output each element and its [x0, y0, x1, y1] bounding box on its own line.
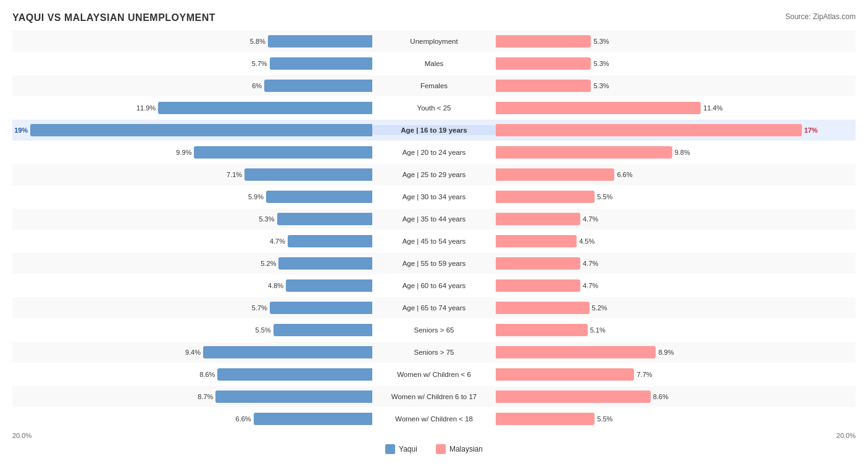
bars-wrapper: 5.9% Age | 30 to 34 years 5.5%: [12, 186, 856, 207]
center-label: Age | 55 to 59 years: [372, 258, 496, 268]
bar-row: 19% Age | 16 to 19 years 17%: [12, 120, 856, 141]
bars-wrapper: 9.9% Age | 20 to 24 years 9.8%: [12, 142, 856, 163]
bar-malaysian: [496, 213, 580, 225]
bars-wrapper: 4.7% Age | 45 to 54 years 4.5%: [12, 231, 856, 252]
malaysian-value-label: 5.5%: [597, 193, 612, 200]
right-section: 4.7%: [496, 255, 856, 272]
bars-wrapper: 7.1% Age | 25 to 29 years 6.6%: [12, 164, 856, 185]
bar-row: 8.6% Women w/ Children < 6 7.7%: [12, 364, 856, 385]
malaysian-value-label: 4.7%: [583, 282, 598, 289]
right-section: 5.3%: [496, 55, 856, 72]
right-section: 9.8%: [496, 144, 856, 161]
bar-yaqui: [264, 80, 372, 92]
bar-yaqui: [158, 102, 372, 114]
right-section: 8.9%: [496, 344, 856, 361]
malaysian-value-label: 5.2%: [592, 304, 607, 312]
malaysian-value-label: 8.9%: [658, 349, 674, 356]
yaqui-value-label: 5.3%: [259, 215, 274, 223]
bar-yaqui: [244, 168, 372, 181]
left-section: 8.7%: [12, 388, 372, 405]
bar-row: 9.4% Seniors > 75 8.9%: [12, 342, 856, 363]
bar-row: 7.1% Age | 25 to 29 years 6.6%: [12, 164, 856, 185]
yaqui-value-label: 5.2%: [261, 260, 276, 267]
center-label: Age | 16 to 19 years: [372, 125, 496, 135]
left-section: 5.9%: [12, 188, 372, 205]
left-section: 11.9%: [12, 99, 372, 117]
bars-wrapper: 6% Females 5.3%: [12, 75, 856, 96]
left-section: 5.7%: [12, 55, 372, 72]
yaqui-value-label: 7.1%: [227, 171, 242, 178]
bar-row: 5.9% Age | 30 to 34 years 5.5%: [12, 186, 856, 207]
bar-row: 5.5% Seniors > 65 5.1%: [12, 320, 856, 341]
yaqui-value-label: 19%: [14, 126, 28, 134]
chart-legend: Yaqui Malaysian: [12, 444, 856, 454]
left-section: 6.6%: [12, 410, 372, 428]
left-section: 9.4%: [12, 344, 372, 361]
bars-wrapper: 5.7% Age | 65 to 74 years 5.2%: [12, 297, 856, 318]
left-section: 7.1%: [12, 166, 372, 183]
center-label: Women w/ Children < 6: [372, 370, 496, 379]
right-section: 5.3%: [496, 33, 856, 50]
legend-yaqui-color: [385, 444, 395, 454]
malaysian-value-label: 6.6%: [617, 171, 632, 178]
left-section: 8.6%: [12, 366, 372, 383]
bar-malaysian: [496, 191, 595, 203]
malaysian-value-label: 4.5%: [579, 238, 595, 245]
chart-title: YAQUI VS MALAYSIAN UNEMPLOYMENT: [12, 12, 215, 23]
bar-malaysian: [496, 57, 591, 70]
bar-row: 9.9% Age | 20 to 24 years 9.8%: [12, 142, 856, 163]
malaysian-value-label: 11.4%: [703, 104, 722, 112]
bar-yaqui: [286, 279, 372, 292]
axis-bottom: 20.0% 20.0%: [12, 432, 856, 439]
malaysian-value-label: 5.3%: [593, 82, 609, 89]
center-label: Seniors > 65: [372, 325, 496, 335]
bar-malaysian: [496, 102, 701, 114]
bar-malaysian: [496, 235, 577, 247]
left-section: 9.9%: [12, 144, 372, 161]
center-label: Age | 30 to 34 years: [372, 192, 496, 202]
right-section: 8.6%: [496, 388, 856, 405]
left-section: 4.8%: [12, 277, 372, 294]
bar-malaysian: [496, 35, 591, 48]
bar-yaqui: [278, 257, 372, 270]
bar-row: 6.6% Women w/ Children < 18 5.5%: [12, 408, 856, 429]
right-section: 5.5%: [496, 410, 856, 428]
bar-malaysian: [496, 146, 672, 159]
right-section: 17%: [496, 122, 856, 139]
chart-header: YAQUI VS MALAYSIAN UNEMPLOYMENT Source: …: [12, 12, 856, 23]
bar-malaysian: [496, 124, 802, 136]
right-section: 11.4%: [496, 99, 856, 117]
yaqui-value-label: 8.6%: [199, 371, 215, 378]
bar-yaqui: [270, 302, 372, 314]
malaysian-value-label: 9.8%: [675, 149, 690, 156]
yaqui-value-label: 9.9%: [176, 149, 191, 156]
yaqui-value-label: 9.4%: [185, 349, 201, 356]
bars-wrapper: 6.6% Women w/ Children < 18 5.5%: [12, 408, 856, 429]
bar-row: 5.7% Age | 65 to 74 years 5.2%: [12, 297, 856, 318]
bar-malaysian: [496, 257, 580, 270]
bars-wrapper: 4.8% Age | 60 to 64 years 4.7%: [12, 275, 856, 296]
bar-row: 6% Females 5.3%: [12, 75, 856, 96]
bar-yaqui: [273, 324, 372, 336]
left-section: 4.7%: [12, 233, 372, 250]
bar-row: 5.3% Age | 35 to 44 years 4.7%: [12, 209, 856, 229]
legend-malaysian: Malaysian: [436, 444, 483, 454]
yaqui-value-label: 4.8%: [268, 282, 283, 289]
center-label: Seniors > 75: [372, 347, 496, 357]
center-label: Age | 35 to 44 years: [372, 214, 496, 224]
bars-wrapper: 8.6% Women w/ Children < 6 7.7%: [12, 364, 856, 385]
yaqui-value-label: 5.9%: [248, 193, 264, 200]
left-section: 19%: [12, 122, 372, 139]
malaysian-value-label: 5.3%: [593, 38, 609, 45]
malaysian-value-label: 17%: [804, 126, 818, 134]
right-section: 4.7%: [496, 210, 856, 228]
bar-yaqui: [217, 368, 372, 381]
chart-area: 5.8% Unemployment 5.3% 5.7%: [12, 31, 856, 429]
malaysian-value-label: 5.3%: [593, 60, 609, 67]
chart-source: Source: ZipAtlas.com: [785, 12, 856, 21]
malaysian-value-label: 5.5%: [597, 415, 612, 423]
bar-yaqui: [288, 235, 372, 247]
center-label: Women w/ Children < 18: [372, 414, 496, 424]
bar-malaysian: [496, 346, 656, 358]
bar-row: 5.2% Age | 55 to 59 years 4.7%: [12, 253, 856, 274]
